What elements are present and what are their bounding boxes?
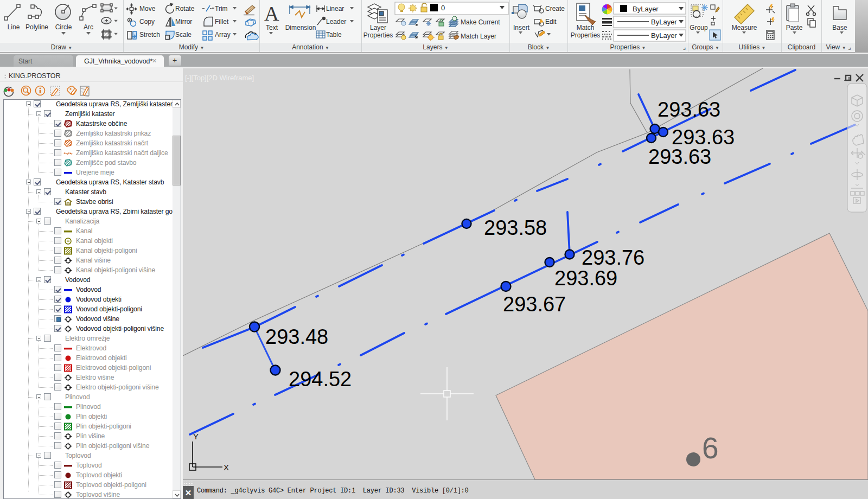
svg-text:ByLayer: ByLayer	[651, 31, 677, 40]
svg-text:[-][Top][2D Wireframe]: [-][Top][2D Wireframe]	[185, 74, 254, 82]
svg-text:0: 0	[441, 4, 445, 12]
svg-text:X: X	[224, 463, 229, 472]
svg-text:ByLayer: ByLayer	[633, 5, 659, 13]
svg-text:6: 6	[702, 431, 719, 465]
svg-text:293.76: 293.76	[582, 246, 644, 269]
svg-text:294.52: 294.52	[289, 368, 352, 391]
svg-text:293.69: 293.69	[554, 267, 617, 290]
svg-text:A: A	[264, 2, 279, 25]
svg-text:ByLayer: ByLayer	[651, 18, 677, 26]
svg-text:293.48: 293.48	[265, 325, 328, 348]
svg-text:293.63: 293.63	[648, 145, 711, 168]
svg-text:293.67: 293.67	[503, 293, 566, 316]
svg-text:293.58: 293.58	[484, 216, 547, 239]
svg-text:293.63: 293.63	[658, 98, 720, 121]
svg-text:Y: Y	[193, 432, 199, 441]
